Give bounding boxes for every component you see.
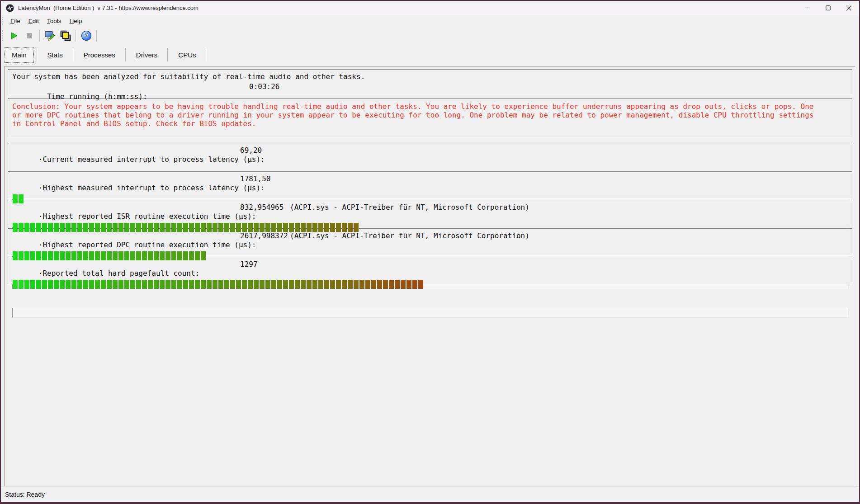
- analyze-button[interactable]: [43, 29, 58, 42]
- tabbar: MainStatsProcessesDriversCPUs: [1, 44, 859, 66]
- window-title: LatencyMon (Home Edition ) v 7.31 - http…: [18, 5, 198, 11]
- measurement-row: ·Current measured interrupt to process l…: [8, 143, 852, 170]
- menu-item-edit[interactable]: Edit: [24, 16, 43, 26]
- measurement-row: ·Highest reported DPC routine execution …: [8, 228, 852, 256]
- tab-separator: [206, 48, 207, 61]
- toolbar-separator: [76, 30, 76, 42]
- minimize-button[interactable]: [797, 1, 817, 15]
- menubar: FileEditToolsHelp: [1, 15, 859, 27]
- menu-item-tools[interactable]: Tools: [43, 16, 66, 26]
- measurement-driver-info: (ACPI.sys - ACPI-Treiber für NT, Microso…: [290, 231, 529, 240]
- measurement-value: 832,954965: [240, 203, 284, 212]
- play-button[interactable]: [6, 29, 22, 42]
- measurement-label: ·Highest reported DPC routine execution …: [38, 240, 256, 249]
- tab-separator: [37, 48, 38, 61]
- measurements-section: ·Current measured interrupt to process l…: [8, 143, 852, 284]
- tab-drivers[interactable]: Drivers: [129, 47, 165, 63]
- maximize-icon: [826, 5, 831, 10]
- tab-processes[interactable]: Processes: [76, 47, 123, 63]
- help-icon: ?: [81, 30, 92, 41]
- processes-icon: [60, 30, 71, 41]
- tab-label: Stats: [47, 51, 63, 59]
- maximize-button[interactable]: [817, 1, 838, 15]
- tab-label: Processes: [84, 51, 115, 59]
- window-titlebar: LatencyMon (Home Edition ) v 7.31 - http…: [1, 1, 859, 15]
- tab-label: Main: [12, 51, 27, 59]
- toolbar-separator: [39, 30, 40, 42]
- measurement-label: ·Current measured interrupt to process l…: [38, 155, 265, 164]
- tab-main[interactable]: Main: [5, 47, 34, 63]
- tab-separator: [73, 48, 74, 61]
- minimize-icon: [805, 5, 810, 10]
- analyze-icon: [45, 31, 56, 41]
- app-window: LatencyMon (Home Edition ) v 7.31 - http…: [0, 0, 860, 504]
- tab-stats[interactable]: Stats: [40, 47, 70, 63]
- measurement-row: ·Highest reported ISR routine execution …: [8, 200, 852, 227]
- analysis-box: Your system has been analyzed for suitab…: [8, 69, 852, 94]
- tab-cpus[interactable]: CPUs: [171, 47, 203, 63]
- measurement-row: ·Highest measured interrupt to process l…: [8, 171, 852, 199]
- measurement-label: ·Highest reported ISR routine execution …: [38, 212, 256, 221]
- latency-bar-track: [12, 308, 849, 318]
- window-controls: [797, 1, 859, 15]
- stop-icon: [25, 32, 33, 40]
- play-icon: [9, 31, 19, 40]
- tab-separator: [167, 48, 168, 61]
- measurement-row: ·Reported total hard pagefault count: 12…: [8, 257, 852, 284]
- measurement-label-line: ·Reported total hard pagefault count: 12…: [12, 260, 849, 305]
- measurement-driver-info: (ACPI.sys - ACPI-Treiber für NT, Microso…: [290, 203, 529, 212]
- close-icon: [846, 5, 851, 11]
- menu-item-file[interactable]: File: [6, 16, 24, 26]
- app-icon: [6, 4, 14, 12]
- tab-separator: [125, 48, 126, 61]
- measurement-label: ·Reported total hard pagefault count:: [38, 269, 199, 278]
- menu-item-help[interactable]: Help: [66, 16, 86, 26]
- content-panel: Your system has been analyzed for suitab…: [5, 66, 855, 486]
- analysis-text: Your system has been analyzed for suitab…: [12, 72, 848, 82]
- svg-text:?: ?: [85, 32, 89, 39]
- measurement-value: 1781,50: [240, 174, 270, 184]
- status-bar: Status: Ready: [1, 486, 859, 502]
- measurement-value: 1297: [240, 260, 258, 269]
- time-running-label: Time running (h:mm:ss):: [47, 92, 147, 101]
- time-running-line: Time running (h:mm:ss): 0:03:26: [12, 82, 848, 122]
- time-running-value: 0:03:26: [249, 82, 279, 92]
- status-text: Status: Ready: [5, 491, 45, 498]
- measurement-label: ·Highest measured interrupt to process l…: [38, 184, 265, 192]
- close-button[interactable]: [838, 1, 859, 15]
- tab-label: Drivers: [136, 51, 158, 59]
- measurement-value: 2617,998372: [240, 231, 288, 240]
- help-button[interactable]: ?: [79, 29, 94, 42]
- measurement-value: 69,20: [240, 146, 262, 155]
- toolbar: ?: [1, 27, 859, 44]
- tab-label: CPUs: [178, 51, 196, 59]
- processes-button[interactable]: [58, 29, 73, 42]
- toolbar-separator: [96, 30, 97, 42]
- stop-button[interactable]: [22, 29, 37, 42]
